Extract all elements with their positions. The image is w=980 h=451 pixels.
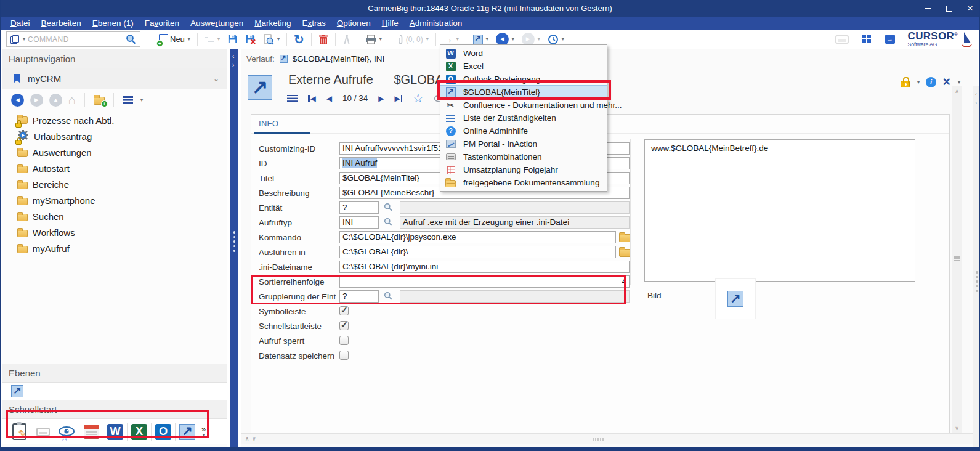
close-record-button[interactable]: × xyxy=(942,77,950,87)
lookup-search-icon[interactable] xyxy=(384,203,392,211)
chevron-down-icon[interactable]: ▾ xyxy=(917,79,920,85)
chevron-down-icon[interactable]: ▾ xyxy=(512,36,514,42)
external-call-button[interactable]: ↗▾ xyxy=(470,33,492,46)
menu-administration[interactable]: Administration xyxy=(404,18,468,28)
chevron-down-icon[interactable]: ▾ xyxy=(456,36,459,42)
lookup-code-input[interactable]: ? xyxy=(339,290,379,303)
quickstart-outlook-button[interactable] xyxy=(153,424,174,440)
close-button[interactable]: × xyxy=(965,4,975,14)
menu-ebenen-1[interactable]: Ebenen (1) xyxy=(87,18,139,28)
verlauf-value[interactable]: $GLOBAL{MeinTitel}, INI xyxy=(293,54,385,63)
scroll-arrows[interactable]: ∧∨ xyxy=(245,436,259,442)
collapse-left-icon[interactable]: ‹ xyxy=(232,53,234,60)
compass-button[interactable] xyxy=(339,33,354,46)
lookup-code-input[interactable]: INI xyxy=(339,216,379,229)
lookup-search-icon[interactable] xyxy=(384,217,392,226)
menu-item-umsatzplanung-folgejahr[interactable]: Umsatzplanung Folgejahr xyxy=(440,163,607,176)
tree-item-bereiche[interactable]: Bereiche xyxy=(2,176,227,192)
quickstart-word-button[interactable] xyxy=(105,424,126,440)
attachments-button[interactable]: (0, 0)▾ xyxy=(393,33,432,46)
vertical-scrollbar[interactable]: ∧ ∨ xyxy=(952,86,962,433)
splitter-grip[interactable] xyxy=(976,271,978,295)
chevron-down-icon[interactable]: ▾ xyxy=(379,36,382,42)
lookup-code-input[interactable]: ? xyxy=(339,201,379,214)
logout-button[interactable] xyxy=(882,33,898,45)
delete-button[interactable] xyxy=(315,33,331,46)
home-button[interactable]: ⌂ xyxy=(68,94,76,106)
record-menu-button[interactable] xyxy=(287,95,298,102)
workspace-selector[interactable]: myCRM ⌄ xyxy=(2,68,227,89)
menu-hilfe[interactable]: Hilfe xyxy=(376,18,404,28)
chevron-down-icon[interactable]: ▾ xyxy=(188,36,190,42)
chevron-down-icon[interactable]: ▾ xyxy=(538,36,540,42)
tree-menu-button[interactable] xyxy=(123,96,133,104)
menu-item-tastenkombinationen[interactable]: Tastenkombinationen xyxy=(440,150,607,163)
save-button[interactable] xyxy=(224,33,241,46)
tree-item-workflows[interactable]: Workflows xyxy=(2,224,227,240)
chevron-down-icon[interactable]: ▾ xyxy=(277,36,280,42)
tree-item-autostart[interactable]: Autostart xyxy=(2,160,227,176)
menu-item-liste-der-zust-ndigkeiten[interactable]: Liste der Zuständigkeiten xyxy=(440,112,607,124)
quickstart-clipboard-edit-button[interactable]: ✎ xyxy=(9,423,30,440)
send-button[interactable]: →▾ xyxy=(440,33,462,46)
menu-item-freigegebene-dokumentensammlung[interactable]: freigegebene Dokumentensammlung xyxy=(440,176,607,189)
menu-bearbeiten[interactable]: Bearbeiten xyxy=(36,18,87,28)
url-textarea[interactable]: www.$GLOBAL{MeinBetreff}.de xyxy=(644,139,915,282)
bild-image[interactable]: ↗ xyxy=(715,278,756,319)
browse-folder-button[interactable] xyxy=(619,232,631,242)
refresh-button[interactable]: ↻ xyxy=(291,32,307,47)
print-button[interactable]: ▾ xyxy=(362,33,385,46)
minimize-button[interactable] xyxy=(923,4,933,14)
lookup-search-icon[interactable] xyxy=(384,291,392,300)
checkbox[interactable] xyxy=(339,306,349,315)
checkbox[interactable] xyxy=(339,336,349,345)
tree-item-urlaubsantrag[interactable]: Urlaubsantrag xyxy=(2,128,227,144)
up-button[interactable]: ▲ xyxy=(49,94,62,107)
collapse-left-icon[interactable]: ‹ xyxy=(975,91,977,97)
checkbox[interactable] xyxy=(339,321,349,330)
field-input[interactable]: C:\$GLOBAL{dir}\jpsyscon.exe xyxy=(339,231,616,243)
new-button[interactable]: +Neu▾ xyxy=(156,33,193,46)
chevron-down-icon[interactable]: ▾ xyxy=(217,36,220,42)
menu-item-global-meintitel[interactable]: ↗$GLOBAL{MeinTitel} xyxy=(440,86,607,99)
splitter-grip[interactable] xyxy=(233,231,236,254)
browse-folder-button[interactable] xyxy=(619,246,631,257)
info-button[interactable]: i xyxy=(926,77,936,87)
expand-right-icon[interactable]: › xyxy=(975,100,977,106)
menu-marketing[interactable]: Marketing xyxy=(249,18,296,28)
next-record-button[interactable]: ▶ xyxy=(378,94,384,103)
quickstart-calendar-button[interactable] xyxy=(81,425,102,439)
menu-item-word[interactable]: Word xyxy=(440,47,607,60)
right-panel-splitter[interactable]: ‹ › xyxy=(973,86,980,447)
scrollbar-grip[interactable] xyxy=(954,256,960,258)
tree-item-auswertungen[interactable]: Auswertungen xyxy=(2,144,227,160)
favorite-star-button[interactable]: ☆ xyxy=(413,92,423,104)
last-record-button[interactable]: ▶ xyxy=(395,94,403,103)
chevron-down-icon[interactable]: ⌄ xyxy=(213,75,219,83)
command-input[interactable] xyxy=(28,35,123,44)
menu-datei[interactable]: Datei xyxy=(5,18,36,28)
search-record-button[interactable]: ▾ xyxy=(260,33,283,46)
field-input[interactable]: 4 xyxy=(339,275,630,288)
field-input[interactable]: C:\$GLOBAL{dir}\myini.ini xyxy=(339,261,630,273)
quickstart-excel-button[interactable] xyxy=(129,424,150,440)
menu-item-pm-portal-inaction[interactable]: PM Portal - InAction xyxy=(440,137,607,150)
menu-extras[interactable]: Extras xyxy=(297,18,331,28)
first-record-button[interactable]: ◀ xyxy=(308,94,316,103)
menu-item-outlook-posteingang[interactable]: Outlook Posteingang xyxy=(440,73,607,86)
menu-optionen[interactable]: Optionen xyxy=(331,18,376,28)
menu-item-confluence-dokumentationen-und-mehr[interactable]: ✂Confluence - Dokumentationen und mehr..… xyxy=(440,99,607,112)
chevron-down-icon[interactable]: ▾ xyxy=(426,36,429,42)
field-input[interactable]: C:\$GLOBAL{dir}\ xyxy=(339,246,616,258)
quickstart-overflow-button[interactable]: »▾ xyxy=(201,426,206,437)
checkbox[interactable] xyxy=(339,351,349,360)
quickstart-external-call-button[interactable]: ↗ xyxy=(177,424,198,440)
forward-button[interactable]: ▶ xyxy=(30,94,43,107)
chevron-down-icon[interactable]: ▾ xyxy=(140,97,143,103)
quickstart-eye-star-button[interactable]: ☆ xyxy=(57,423,78,440)
sidebar-splitter[interactable]: ‹ › xyxy=(227,49,241,447)
search-icon[interactable] xyxy=(126,34,136,44)
chevron-down-icon[interactable]: ▾ xyxy=(486,36,488,42)
chevron-down-icon[interactable]: ▾ xyxy=(23,36,25,42)
tray-button[interactable] xyxy=(832,34,852,45)
